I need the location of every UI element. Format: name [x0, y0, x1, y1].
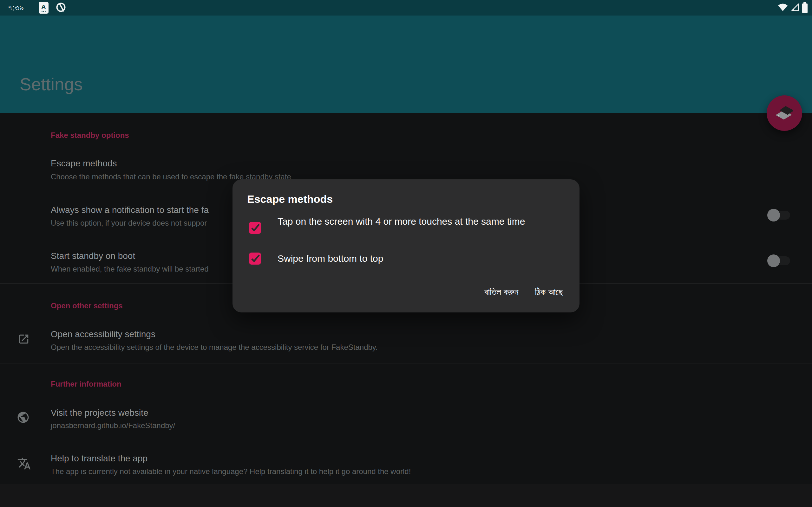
show-notification-toggle[interactable] [769, 211, 790, 220]
wifi-icon [778, 3, 788, 13]
start-standby-fab[interactable] [767, 95, 802, 131]
page-title: Settings [20, 74, 83, 95]
app-bar [0, 15, 812, 113]
ok-button[interactable]: ঠিক আছে [535, 286, 563, 298]
website-subtitle: jonasbernard.github.io/FakeStandby/ [51, 421, 175, 430]
checkbox-multi-touch-label[interactable]: Tap on the screen with 4 or more touches… [277, 215, 579, 228]
cancel-button[interactable]: বাতিল করুন [484, 286, 518, 298]
dialog-title: Escape methods [247, 193, 333, 205]
escape-methods-title: Escape methods [51, 158, 117, 169]
checkbox-swipe-label[interactable]: Swipe from bottom to top [277, 252, 579, 265]
accessibility-title: Open accessibility settings [51, 329, 155, 339]
start-on-boot-title: Start standby on boot [51, 251, 135, 261]
accessibility-subtitle: Open the accessibility settings of the d… [51, 343, 378, 352]
section-further-information: Further information [51, 380, 121, 389]
data-saver-icon [55, 2, 66, 14]
dialog-actions: বাতিল করুন ঠিক আছে [484, 286, 563, 298]
website-title: Visit the projects website [51, 408, 148, 418]
standby-phone-icon [774, 102, 795, 124]
clock: ৭:৩৯ [8, 3, 24, 13]
checkbox-swipe[interactable] [249, 252, 261, 265]
navigation-bar [0, 484, 812, 507]
checkbox-multi-touch[interactable] [249, 222, 261, 234]
translate-title: Help to translate the app [51, 453, 148, 464]
cell-signal-icon [791, 3, 799, 13]
show-notification-title: Always show a notification to start the … [51, 205, 209, 215]
translate-subtitle: The app is currently not available in yo… [51, 467, 411, 476]
divider [0, 363, 812, 363]
section-fake-standby-options: Fake standby options [51, 131, 129, 140]
status-bar: ৭:৩৯ A [0, 0, 812, 15]
start-on-boot-toggle[interactable] [769, 257, 790, 265]
show-notification-subtitle: Use this option, if your device does not… [51, 219, 207, 228]
globe-icon [16, 411, 30, 425]
translate-icon [17, 457, 31, 472]
escape-methods-dialog: Escape methods Tap on the screen with 4 … [233, 179, 579, 313]
start-on-boot-subtitle: When enabled, the fake standby will be s… [51, 265, 209, 274]
battery-icon [802, 3, 808, 13]
section-open-other-settings: Open other settings [51, 301, 123, 310]
open-in-new-icon [18, 333, 30, 346]
autofill-a-icon: A [39, 2, 49, 14]
